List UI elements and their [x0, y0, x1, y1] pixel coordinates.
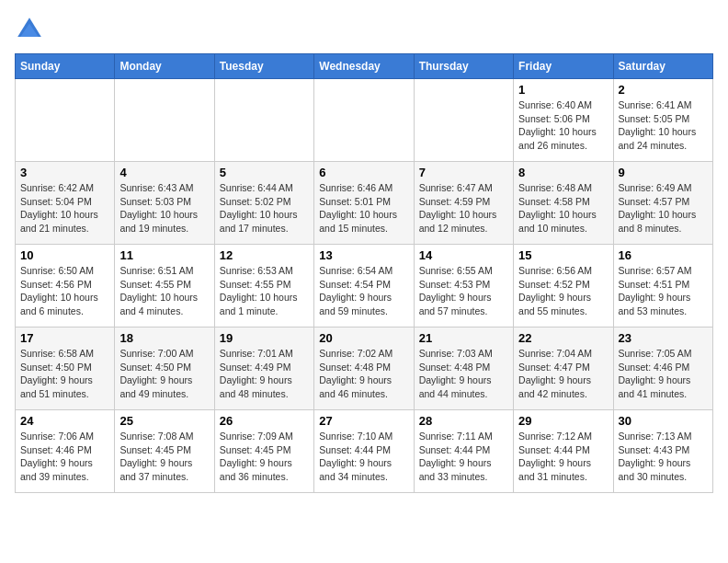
- day-info: Sunrise: 6:48 AM Sunset: 4:58 PM Dayligh…: [518, 181, 608, 236]
- weekday-header-thursday: Thursday: [414, 54, 513, 79]
- day-number: 8: [518, 166, 608, 179]
- day-info: Sunrise: 6:58 AM Sunset: 4:50 PM Dayligh…: [20, 347, 109, 401]
- day-number: 19: [220, 331, 309, 345]
- day-number: 27: [319, 414, 408, 428]
- weekday-header-wednesday: Wednesday: [314, 54, 414, 79]
- day-info: Sunrise: 6:54 AM Sunset: 4:54 PM Dayligh…: [319, 264, 408, 318]
- logo-icon: [15, 15, 44, 44]
- day-cell-7: 7Sunrise: 6:47 AM Sunset: 4:59 PM Daylig…: [414, 162, 513, 245]
- day-number: 25: [119, 414, 209, 428]
- day-number: 29: [518, 414, 608, 428]
- day-cell-30: 30Sunrise: 7:13 AM Sunset: 4:43 PM Dayli…: [613, 410, 712, 493]
- day-number: 22: [518, 331, 608, 345]
- day-cell-3: 3Sunrise: 6:42 AM Sunset: 5:04 PM Daylig…: [16, 162, 115, 245]
- day-number: 5: [220, 166, 309, 179]
- day-info: Sunrise: 6:50 AM Sunset: 4:56 PM Dayligh…: [20, 264, 109, 318]
- day-cell-5: 5Sunrise: 6:44 AM Sunset: 5:02 PM Daylig…: [214, 162, 313, 245]
- weekday-header-monday: Monday: [115, 54, 214, 79]
- day-cell-27: 27Sunrise: 7:10 AM Sunset: 4:44 PM Dayli…: [314, 410, 414, 493]
- day-info: Sunrise: 7:00 AM Sunset: 4:50 PM Dayligh…: [119, 347, 209, 401]
- day-number: 20: [319, 331, 408, 345]
- empty-cell: [214, 79, 313, 162]
- day-number: 18: [119, 331, 209, 345]
- day-cell-11: 11Sunrise: 6:51 AM Sunset: 4:55 PM Dayli…: [115, 245, 214, 327]
- day-number: 2: [619, 83, 708, 97]
- day-info: Sunrise: 6:42 AM Sunset: 5:04 PM Dayligh…: [20, 181, 109, 236]
- day-cell-20: 20Sunrise: 7:02 AM Sunset: 4:48 PM Dayli…: [314, 327, 414, 410]
- day-number: 6: [319, 166, 408, 179]
- day-cell-14: 14Sunrise: 6:55 AM Sunset: 4:53 PM Dayli…: [414, 245, 513, 327]
- day-cell-15: 15Sunrise: 6:56 AM Sunset: 4:52 PM Dayli…: [514, 245, 613, 327]
- day-number: 28: [419, 414, 508, 428]
- day-cell-6: 6Sunrise: 6:46 AM Sunset: 5:01 PM Daylig…: [314, 162, 414, 245]
- day-number: 26: [220, 414, 309, 428]
- weekday-header-sunday: Sunday: [16, 54, 115, 79]
- empty-cell: [314, 79, 414, 162]
- day-info: Sunrise: 7:09 AM Sunset: 4:45 PM Dayligh…: [220, 430, 309, 484]
- day-number: 14: [419, 248, 508, 262]
- day-info: Sunrise: 7:03 AM Sunset: 4:48 PM Dayligh…: [419, 347, 508, 401]
- day-info: Sunrise: 7:01 AM Sunset: 4:49 PM Dayligh…: [220, 347, 309, 401]
- day-cell-21: 21Sunrise: 7:03 AM Sunset: 4:48 PM Dayli…: [414, 327, 513, 410]
- day-cell-26: 26Sunrise: 7:09 AM Sunset: 4:45 PM Dayli…: [214, 410, 313, 493]
- empty-cell: [115, 79, 214, 162]
- weekday-header-tuesday: Tuesday: [214, 54, 313, 79]
- day-cell-12: 12Sunrise: 6:53 AM Sunset: 4:55 PM Dayli…: [214, 245, 313, 327]
- day-info: Sunrise: 6:41 AM Sunset: 5:05 PM Dayligh…: [619, 98, 708, 153]
- day-cell-29: 29Sunrise: 7:12 AM Sunset: 4:44 PM Dayli…: [514, 410, 613, 493]
- day-info: Sunrise: 6:47 AM Sunset: 4:59 PM Dayligh…: [419, 181, 508, 236]
- day-info: Sunrise: 6:53 AM Sunset: 4:55 PM Dayligh…: [220, 264, 309, 318]
- day-cell-2: 2Sunrise: 6:41 AM Sunset: 5:05 PM Daylig…: [613, 79, 712, 162]
- week-row-1: 1Sunrise: 6:40 AM Sunset: 5:06 PM Daylig…: [16, 79, 713, 162]
- day-info: Sunrise: 7:08 AM Sunset: 4:45 PM Dayligh…: [119, 430, 209, 484]
- day-number: 4: [119, 166, 209, 179]
- day-cell-25: 25Sunrise: 7:08 AM Sunset: 4:45 PM Dayli…: [115, 410, 214, 493]
- day-number: 11: [119, 248, 209, 262]
- day-number: 10: [20, 248, 109, 262]
- day-info: Sunrise: 7:02 AM Sunset: 4:48 PM Dayligh…: [319, 347, 408, 401]
- day-cell-28: 28Sunrise: 7:11 AM Sunset: 4:44 PM Dayli…: [414, 410, 513, 493]
- day-number: 16: [619, 248, 708, 262]
- day-info: Sunrise: 7:05 AM Sunset: 4:46 PM Dayligh…: [619, 347, 708, 401]
- day-number: 1: [518, 83, 608, 97]
- weekday-header-saturday: Saturday: [613, 54, 712, 79]
- day-info: Sunrise: 6:57 AM Sunset: 4:51 PM Dayligh…: [619, 264, 708, 318]
- day-number: 12: [220, 248, 309, 262]
- day-info: Sunrise: 6:49 AM Sunset: 4:57 PM Dayligh…: [619, 181, 708, 236]
- day-number: 24: [20, 414, 109, 428]
- week-row-2: 3Sunrise: 6:42 AM Sunset: 5:04 PM Daylig…: [16, 162, 713, 245]
- week-row-3: 10Sunrise: 6:50 AM Sunset: 4:56 PM Dayli…: [16, 245, 713, 327]
- day-info: Sunrise: 6:56 AM Sunset: 4:52 PM Dayligh…: [518, 264, 608, 318]
- day-info: Sunrise: 6:46 AM Sunset: 5:01 PM Dayligh…: [319, 181, 408, 236]
- day-info: Sunrise: 6:55 AM Sunset: 4:53 PM Dayligh…: [419, 264, 508, 318]
- day-cell-1: 1Sunrise: 6:40 AM Sunset: 5:06 PM Daylig…: [514, 79, 613, 162]
- day-cell-9: 9Sunrise: 6:49 AM Sunset: 4:57 PM Daylig…: [613, 162, 712, 245]
- week-row-4: 17Sunrise: 6:58 AM Sunset: 4:50 PM Dayli…: [16, 327, 713, 410]
- calendar: SundayMondayTuesdayWednesdayThursdayFrid…: [15, 53, 713, 493]
- empty-cell: [414, 79, 513, 162]
- logo: [15, 15, 48, 44]
- page-header: [15, 15, 713, 44]
- day-cell-19: 19Sunrise: 7:01 AM Sunset: 4:49 PM Dayli…: [214, 327, 313, 410]
- day-cell-18: 18Sunrise: 7:00 AM Sunset: 4:50 PM Dayli…: [115, 327, 214, 410]
- day-number: 30: [619, 414, 708, 428]
- day-cell-22: 22Sunrise: 7:04 AM Sunset: 4:47 PM Dayli…: [514, 327, 613, 410]
- week-row-5: 24Sunrise: 7:06 AM Sunset: 4:46 PM Dayli…: [16, 410, 713, 493]
- day-cell-13: 13Sunrise: 6:54 AM Sunset: 4:54 PM Dayli…: [314, 245, 414, 327]
- day-cell-24: 24Sunrise: 7:06 AM Sunset: 4:46 PM Dayli…: [16, 410, 115, 493]
- day-cell-4: 4Sunrise: 6:43 AM Sunset: 5:03 PM Daylig…: [115, 162, 214, 245]
- day-number: 23: [619, 331, 708, 345]
- day-number: 17: [20, 331, 109, 345]
- day-info: Sunrise: 6:44 AM Sunset: 5:02 PM Dayligh…: [220, 181, 309, 236]
- day-number: 13: [319, 248, 408, 262]
- day-info: Sunrise: 7:13 AM Sunset: 4:43 PM Dayligh…: [619, 430, 708, 484]
- day-number: 21: [419, 331, 508, 345]
- day-info: Sunrise: 6:51 AM Sunset: 4:55 PM Dayligh…: [119, 264, 209, 318]
- day-info: Sunrise: 7:06 AM Sunset: 4:46 PM Dayligh…: [20, 430, 109, 484]
- day-info: Sunrise: 7:12 AM Sunset: 4:44 PM Dayligh…: [518, 430, 608, 484]
- weekday-header-row: SundayMondayTuesdayWednesdayThursdayFrid…: [16, 54, 713, 79]
- day-info: Sunrise: 7:11 AM Sunset: 4:44 PM Dayligh…: [419, 430, 508, 484]
- day-cell-16: 16Sunrise: 6:57 AM Sunset: 4:51 PM Dayli…: [613, 245, 712, 327]
- empty-cell: [16, 79, 115, 162]
- day-info: Sunrise: 6:43 AM Sunset: 5:03 PM Dayligh…: [119, 181, 209, 236]
